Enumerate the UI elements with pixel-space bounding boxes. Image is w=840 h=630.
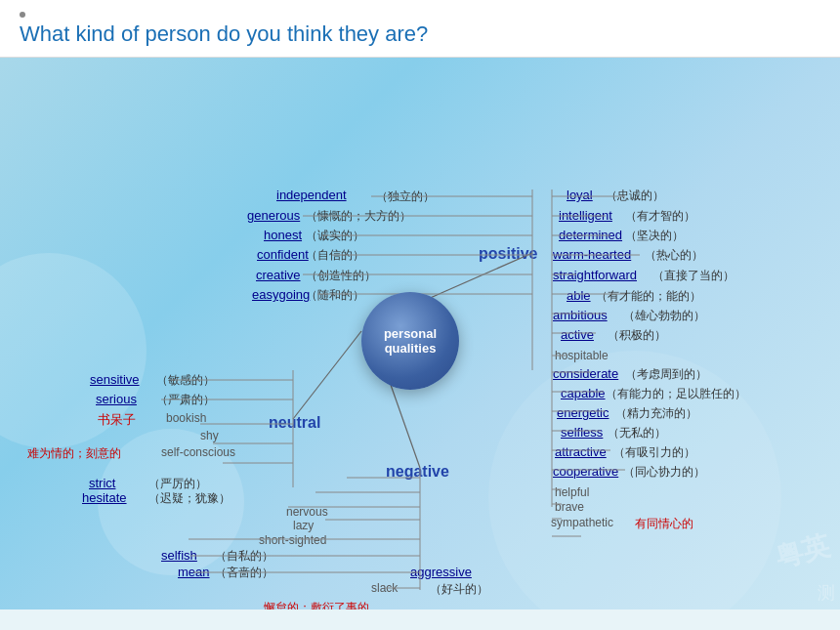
word-selfless-cn: （无私的） — [608, 425, 666, 441]
word-mean: mean — [178, 565, 210, 579]
word-hesitate: hesitate — [82, 490, 127, 505]
watermark: 粤英 — [772, 526, 834, 576]
word-intelligent-cn: （有才智的） — [625, 208, 695, 225]
word-independent-cn: （独立的） — [376, 189, 435, 205]
word-active-cn: （积极的） — [608, 327, 666, 344]
word-sensitive-cn: （敏感的） — [156, 372, 215, 389]
word-determined: determined — [559, 228, 622, 242]
word-able-cn: （有才能的；能的） — [596, 288, 701, 305]
word-hesitate-cn: （迟疑；犹豫） — [148, 490, 231, 507]
question-text: What kind of person do you think they ar… — [20, 21, 820, 47]
word-considerate: considerate — [553, 366, 618, 381]
word-mean-cn: （吝啬的） — [215, 565, 273, 581]
svg-line-2 — [391, 385, 420, 468]
word-self-conscious: self-conscious — [161, 445, 235, 459]
word-ambitious-cn: （雄心勃勃的） — [623, 308, 705, 324]
word-aggressive: aggressive — [410, 565, 472, 579]
word-bookish-red: 书呆子 — [98, 411, 136, 429]
word-loyal: loyal — [567, 188, 593, 202]
word-serious-cn: （严肃的） — [156, 392, 215, 408]
word-short-sighted: short-sighted — [259, 533, 326, 547]
word-energetic-cn: （精力充沛的） — [615, 405, 697, 422]
word-confident: confident — [257, 247, 309, 262]
word-nervous: nervous — [286, 505, 328, 519]
word-capable-cn: （有能力的；足以胜任的） — [606, 386, 746, 402]
word-helpful: helpful — [555, 485, 589, 499]
word-honest: honest — [264, 228, 302, 242]
word-shy: shy — [200, 429, 219, 442]
word-lazy: lazy — [293, 519, 314, 532]
main-content: personal qualities positive independent … — [0, 58, 840, 609]
word-generous-cn: （慷慨的；大方的） — [306, 208, 411, 225]
word-selfish-cn: （自私的） — [215, 548, 273, 565]
word-creative: creative — [256, 268, 301, 282]
word-ambitious: ambitious — [553, 308, 608, 322]
word-self-conscious-red: 难为情的；刻意的 — [27, 445, 121, 462]
word-capable: capable — [561, 386, 606, 400]
word-sympathetic-cn-red: 有同情心的 — [635, 516, 693, 532]
word-able: able — [567, 288, 591, 303]
word-considerate-cn: （考虑周到的） — [625, 366, 707, 383]
top-bar: What kind of person do you think they ar… — [0, 0, 840, 58]
word-warm-hearted: warm-hearted — [553, 247, 631, 262]
word-aggressive-cn: （好斗的） — [430, 581, 488, 598]
svg-line-1 — [293, 331, 361, 419]
word-sensitive: sensitive — [90, 372, 140, 387]
bullet-dot — [20, 12, 25, 18]
word-honest-cn: （诚实的） — [306, 228, 364, 244]
watermark2: 测 — [818, 581, 835, 605]
word-slack-cn-red: 懈怠的；敷衍了事的 — [264, 600, 369, 609]
word-easygoing: easygoing — [252, 287, 310, 302]
word-brave: brave — [555, 500, 584, 514]
neutral-label: neutral — [269, 414, 320, 432]
positive-label: positive — [479, 245, 537, 263]
word-selfless: selfless — [561, 425, 603, 440]
word-intelligent: intelligent — [559, 208, 612, 223]
word-hospitable: hospitable — [555, 349, 609, 362]
word-determined-cn: （坚决的） — [625, 228, 684, 244]
word-confident-cn: （自信的） — [306, 247, 364, 264]
word-warm-hearted-cn: （热心的） — [645, 247, 703, 264]
word-cooperative: cooperative — [553, 464, 618, 479]
word-active: active — [561, 327, 594, 342]
word-loyal-cn: （忠诚的） — [606, 188, 664, 204]
word-attractive-cn: （有吸引力的） — [613, 444, 695, 461]
word-straightforward: straightforward — [553, 268, 637, 282]
word-energetic: energetic — [557, 405, 609, 420]
word-independent: independent — [276, 188, 347, 202]
center-node: personal qualities — [361, 292, 459, 390]
word-generous: generous — [247, 208, 300, 223]
word-bookish: bookish — [166, 411, 206, 425]
word-easygoing-cn: （随和的） — [306, 287, 364, 304]
word-serious: serious — [96, 392, 137, 406]
negative-label: negative — [386, 463, 449, 481]
word-attractive: attractive — [555, 444, 607, 459]
word-strict: strict — [89, 476, 115, 490]
word-straightforward-cn: （直接了当的） — [652, 268, 735, 284]
word-sympathetic: sympathetic — [551, 516, 613, 529]
word-cooperative-cn: （同心协力的） — [623, 464, 705, 481]
word-creative-cn: （创造性的） — [306, 268, 376, 284]
word-slack: slack — [371, 581, 398, 595]
word-selfish: selfish — [161, 548, 197, 563]
